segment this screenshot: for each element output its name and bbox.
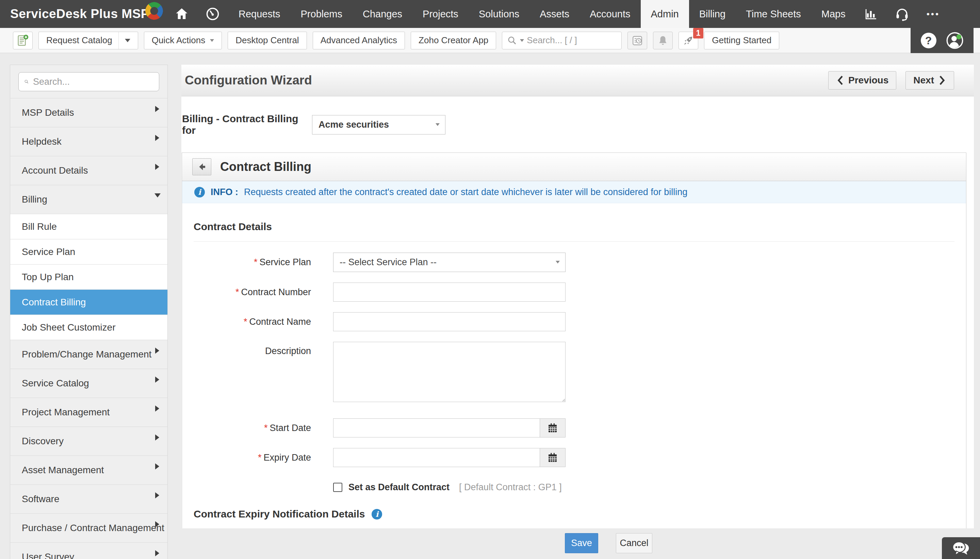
required-marker: * [264, 423, 268, 433]
scheduled-tasks-button[interactable] [627, 31, 647, 50]
chevron-down-icon [556, 261, 560, 263]
sidebar-item-asset-management[interactable]: Asset Management [10, 455, 167, 485]
live-chat-button[interactable] [942, 537, 980, 559]
service-plan-select[interactable]: -- Select Service Plan -- [333, 253, 566, 272]
more-menu-icon[interactable]: ••• [918, 0, 949, 28]
expiry-date-row: *Expiry Date [194, 448, 954, 467]
sidebar-item-account-details[interactable]: Account Details [10, 156, 167, 185]
sidebar-search-input[interactable] [33, 77, 153, 87]
home-icon[interactable] [167, 0, 197, 28]
global-search-box[interactable] [502, 31, 622, 50]
sidebar-item-top-up-plan[interactable]: Top Up Plan [10, 264, 167, 289]
sidebar-item-helpdesk[interactable]: Helpdesk [10, 127, 167, 156]
getting-started-button[interactable]: Getting Started [704, 31, 779, 50]
chevron-right-icon [155, 463, 159, 470]
contract-billing-panel: Contract Billing i INFO : Requests creat… [182, 152, 967, 528]
getting-started-label: Getting Started [712, 35, 771, 46]
service-plan-select-value: -- Select Service Plan -- [340, 257, 437, 268]
required-marker: * [254, 257, 257, 267]
chevron-down-icon[interactable] [125, 39, 130, 42]
contract-number-row: *Contract Number [194, 283, 954, 302]
sidebar-item-label: Discovery [22, 436, 64, 447]
advanced-analytics-label: Advanced Analytics [320, 35, 397, 46]
whats-new-button[interactable]: 1 [678, 31, 698, 50]
desktop-central-button[interactable]: Desktop Central [228, 31, 307, 50]
cancel-button[interactable]: Cancel [616, 533, 652, 553]
sidebar-item-label: User Survey [22, 551, 74, 559]
panel-body: Contract Details *Service Plan -- Select… [182, 221, 966, 528]
chevron-right-icon [938, 75, 946, 86]
sidebar-item-bill-rule[interactable]: Bill Rule [10, 214, 167, 239]
chevron-right-icon [155, 164, 159, 170]
sidebar-item-service-catalog[interactable]: Service Catalog [10, 369, 167, 398]
default-contract-checkbox[interactable] [333, 483, 342, 492]
back-button[interactable] [192, 158, 211, 175]
save-button[interactable]: Save [565, 533, 598, 553]
request-catalog-button[interactable]: Request Catalog [38, 31, 138, 50]
new-request-icon-button[interactable] [13, 31, 33, 50]
expiry-date-calendar-button[interactable] [539, 448, 566, 467]
speedometer-icon [205, 7, 220, 22]
sidebar-item-problem-change-management[interactable]: Problem/Change Management [10, 340, 167, 369]
sidebar-item-label: Billing [22, 194, 47, 205]
previous-label: Previous [848, 75, 888, 86]
nav-item-admin[interactable]: Admin [641, 0, 689, 28]
search-icon [24, 77, 29, 86]
notifications-button[interactable] [653, 31, 673, 50]
nav-item-billing[interactable]: Billing [689, 0, 736, 28]
secondary-toolbar: Request Catalog Quick Actions Desktop Ce… [0, 28, 980, 53]
sidebar-item-purchase-contract-management[interactable]: Purchase / Contract Management [10, 513, 167, 542]
global-search-input[interactable] [527, 35, 617, 46]
sidebar-item-label: Top Up Plan [22, 272, 74, 283]
chevron-right-icon [155, 434, 159, 440]
sidebar-search-box[interactable] [18, 72, 159, 91]
search-scope-chevron-icon[interactable] [520, 39, 524, 42]
contract-name-input[interactable] [333, 312, 566, 331]
nav-item-time-sheets[interactable]: Time Sheets [736, 0, 811, 28]
nav-item-solutions[interactable]: Solutions [469, 0, 530, 28]
help-icon[interactable]: ? [921, 33, 936, 48]
contract-number-input[interactable] [333, 283, 566, 302]
zoho-creator-app-button[interactable]: Zoho Creator App [411, 31, 496, 50]
nav-item-changes[interactable]: Changes [353, 0, 412, 28]
desktop-central-label: Desktop Central [236, 35, 299, 46]
user-avatar[interactable] [946, 31, 964, 50]
quick-actions-button[interactable]: Quick Actions [144, 31, 222, 50]
previous-button[interactable]: Previous [828, 71, 896, 89]
sidebar-item-label: Service Catalog [22, 378, 89, 389]
sidebar-item-discovery[interactable]: Discovery [10, 427, 167, 455]
sidebar-item-user-survey[interactable]: User Survey [10, 542, 167, 559]
next-label: Next [913, 75, 934, 86]
dashboard-icon[interactable] [197, 0, 228, 28]
nav-item-maps[interactable]: Maps [811, 0, 856, 28]
account-select-value: Acme securities [318, 119, 389, 130]
description-textarea[interactable] [333, 342, 566, 402]
sidebar-item-project-management[interactable]: Project Management [10, 398, 167, 427]
sidebar-item-contract-billing[interactable]: Contract Billing [10, 289, 167, 314]
expiry-notification-title: Contract Expiry Notification Details [194, 508, 365, 520]
account-select[interactable]: Acme securities [312, 115, 445, 134]
sidebar-item-billing[interactable]: Billing [10, 185, 167, 214]
nav-item-requests[interactable]: Requests [228, 0, 290, 28]
advanced-analytics-button[interactable]: Advanced Analytics [313, 31, 405, 50]
start-date-calendar-button[interactable] [539, 418, 566, 437]
nav-item-assets[interactable]: Assets [530, 0, 579, 28]
sidebar-item-software[interactable]: Software [10, 485, 167, 513]
nav-item-accounts[interactable]: Accounts [579, 0, 640, 28]
description-label: Description [194, 346, 311, 356]
next-button[interactable]: Next [906, 71, 954, 89]
sidebar-item-service-plan[interactable]: Service Plan [10, 239, 167, 264]
expiry-date-input[interactable] [333, 448, 539, 467]
sidebar-item-msp-details[interactable]: MSP Details [10, 98, 167, 127]
sidebar-item-job-sheet-customizer[interactable]: Job Sheet Customizer [10, 314, 167, 340]
reports-icon[interactable] [856, 0, 886, 28]
nav-item-projects[interactable]: Projects [412, 0, 469, 28]
info-icon: i [371, 509, 382, 519]
sidebar-item-label: Account Details [22, 165, 88, 176]
app-logo[interactable]: ServiceDesk Plus MSP [0, 0, 167, 28]
start-date-input[interactable] [333, 418, 539, 437]
chevron-right-icon [155, 106, 159, 112]
brand-name: ServiceDesk Plus MSP [10, 7, 149, 21]
nav-item-problems[interactable]: Problems [290, 0, 353, 28]
support-icon[interactable] [886, 0, 918, 28]
